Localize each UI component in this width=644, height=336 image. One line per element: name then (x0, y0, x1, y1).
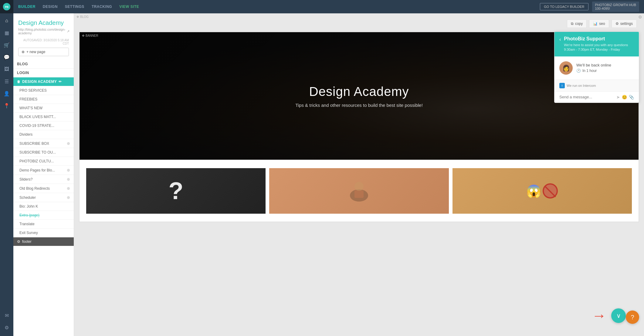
gear-icon: ⚙ (17, 239, 20, 244)
page-item-subscribe-to[interactable]: SUBSCRIBE TO OU... (13, 148, 74, 157)
intercom-text: We run on Intercom (567, 84, 596, 87)
intercom-logo: i (559, 83, 565, 88)
emoji-icon[interactable]: 😊 (622, 95, 627, 100)
sidebar-person[interactable]: 👤 (0, 87, 13, 100)
page-item-extra[interactable]: Extra (page) (13, 211, 74, 220)
page-item-whats-new[interactable]: WHAT'S NEW (13, 104, 74, 113)
question-mark: ? (168, 177, 183, 205)
svg-point-3 (354, 182, 364, 191)
page-item-design-academy[interactable]: 🗑 DESIGN ACADEMY ✏ (13, 77, 74, 86)
page-item-old-blog-redirects[interactable]: Old Blog Redirects ⊕ (13, 184, 74, 193)
nav-design[interactable]: DESIGN (43, 5, 58, 9)
chart-icon: 📊 (593, 22, 598, 26)
blog-grid: ? 😱 (80, 160, 639, 222)
support-agent: 👩 We'll be back online 🕐 In 1 hour (554, 56, 639, 80)
page-item-exit-survey[interactable]: Exit Survey (13, 229, 74, 237)
add-icon-3: ⊕ (67, 186, 70, 191)
red-arrow: → (592, 307, 606, 324)
settings-icon: ⚙ (615, 22, 619, 26)
sidebar-grid[interactable]: ▦ (0, 27, 13, 39)
blog-label: ✥ BLOG (76, 15, 89, 19)
page-item-black-lives[interactable]: BLACK LIVES MATT... (13, 113, 74, 121)
page-item-translate[interactable]: Translate (13, 220, 74, 229)
settings-button[interactable]: ⚙ settings (612, 19, 637, 28)
page-item-login[interactable]: LOGIN (13, 69, 74, 77)
page-item-scheduler[interactable]: Scheduler ⊕ (13, 193, 74, 202)
action-bar: ⧉ copy 📊 seo ⚙ settings (567, 19, 637, 28)
blog-card-3: 😱 (452, 168, 632, 214)
svg-rect-4 (354, 190, 364, 198)
sidebar-menu[interactable]: ☰ (0, 75, 13, 87)
sidebar-cart[interactable]: 🛒 (0, 39, 13, 51)
topnav: BUILDER DESIGN SETTINGS TRACKING VIEW SI… (13, 0, 644, 13)
page-item-dividers[interactable]: Dividers (13, 130, 74, 139)
support-subtitle: We're here to assist you with any questi… (564, 43, 634, 52)
sidebar-settings[interactable]: ⚙ (0, 321, 13, 334)
message-input[interactable] (559, 95, 614, 99)
sidebar-location[interactable]: 📍 (0, 100, 13, 112)
send-icon[interactable]: ➤ (616, 95, 620, 100)
edit-icon[interactable]: ✏ (59, 80, 62, 84)
support-header: ‹ PhotoBiz Support We're here to assist … (554, 32, 639, 56)
back-button[interactable]: ‹ (559, 37, 561, 42)
page-item-pro-services[interactable]: PRO SERVICES (13, 86, 74, 95)
icon-sidebar: PB ⌂ ▦ 🛒 💬 🖼 ☰ 👤 📍 ✉ ⚙ (0, 0, 13, 336)
page-item-blog[interactable]: BLOG (13, 60, 74, 69)
blog-section: ✥ BLOG ⚙ ? (79, 160, 639, 222)
copy-button[interactable]: ⧉ copy (567, 19, 587, 28)
message-input-bar: ➤ 😊 📎 (554, 91, 639, 103)
add-icon: ⊕ (67, 168, 70, 172)
nav-viewsite[interactable]: VIEW SITE (119, 5, 139, 9)
legacy-builder-button[interactable]: GO TO LEGACY BUILDER (540, 3, 588, 10)
page-sidebar: Design Academy http://blog.photobiz.com/… (13, 13, 74, 336)
help-button[interactable]: ? (626, 311, 639, 324)
add-icon-2: ⊕ (67, 177, 70, 182)
banner-subtitle: Tips & tricks and other resources to bui… (295, 103, 423, 108)
page-item-demo-pages[interactable]: Demo Pages for Blo... ⊕ (13, 166, 74, 175)
nav-builder[interactable]: BUILDER (18, 5, 36, 9)
chevron-icon: ⊕ (67, 141, 70, 146)
intercom-bar: i We run on Intercom (554, 80, 639, 91)
plus-icon: ⊕ (22, 50, 25, 54)
blog-card-2 (269, 168, 449, 214)
chat-button[interactable]: ∨ (611, 308, 626, 323)
page-url: http://blog.photobiz.com/design-academy … (18, 28, 69, 35)
chat-area: → ∨ (592, 307, 626, 324)
agent-status: We'll be back online (576, 63, 611, 67)
page-list: BLOG LOGIN 🗑 DESIGN ACADEMY ✏ PRO SERVIC… (13, 60, 74, 336)
svg-text:PB: PB (5, 5, 8, 8)
page-item-sliders[interactable]: Sliders? ⊕ (13, 175, 74, 184)
nav-settings[interactable]: SETTINGS (65, 5, 84, 9)
page-item-footer[interactable]: ⚙ footer (13, 237, 74, 246)
attach-icon[interactable]: 📎 (629, 95, 634, 100)
sidebar-home[interactable]: ⌂ (0, 15, 13, 27)
page-title: Design Academy (18, 19, 69, 26)
account-badge: PHOTOBIZ GROWTH HUB100-4095! (592, 2, 639, 12)
seo-button[interactable]: 📊 seo (589, 19, 609, 28)
editor-area: ⧉ copy 📊 seo ⚙ settings ✥ BAN (74, 13, 644, 336)
logo[interactable]: PB (0, 0, 13, 13)
blog-settings-icon[interactable]: ⚙ (638, 15, 642, 19)
sidebar-chat[interactable]: 💬 (0, 51, 13, 63)
agent-avatar: 👩 (559, 61, 573, 75)
new-page-button[interactable]: ⊕ + new page (18, 48, 69, 56)
sidebar-photo[interactable]: 🖼 (0, 63, 13, 75)
add-icon-4: ⊕ (67, 195, 70, 200)
drag-icon: ✥ (82, 34, 84, 37)
banner-text: Design Academy Tips & tricks and other r… (295, 84, 423, 108)
page-item-photobiz-cultu[interactable]: PHOTOBIZ CULTU... (13, 157, 74, 166)
autosaved-label: AUTOSAVED: 3/16/2020 5:18 AM CDT (13, 39, 74, 48)
page-item-bio-john[interactable]: Bio: John K (13, 202, 74, 211)
drag-icon-2: ✥ (76, 15, 79, 19)
delete-icon[interactable]: 🗑 (17, 80, 20, 83)
support-panel: ‹ PhotoBiz Support We're here to assist … (554, 32, 639, 103)
banner-title: Design Academy (295, 84, 423, 99)
page-item-freebies[interactable]: FREEBIES (13, 95, 74, 104)
blog-card-1: ? (86, 168, 266, 214)
copy-icon: ⧉ (571, 22, 574, 26)
nav-tracking[interactable]: TRACKING (92, 5, 112, 9)
page-item-subscribe-box[interactable]: SUBSCRIBE BOX ⊕ (13, 139, 74, 148)
sidebar-mail[interactable]: ✉ (0, 309, 13, 321)
page-item-covid[interactable]: COVID-19 STRATE... (13, 121, 74, 130)
clock-icon: 🕐 (576, 69, 581, 73)
